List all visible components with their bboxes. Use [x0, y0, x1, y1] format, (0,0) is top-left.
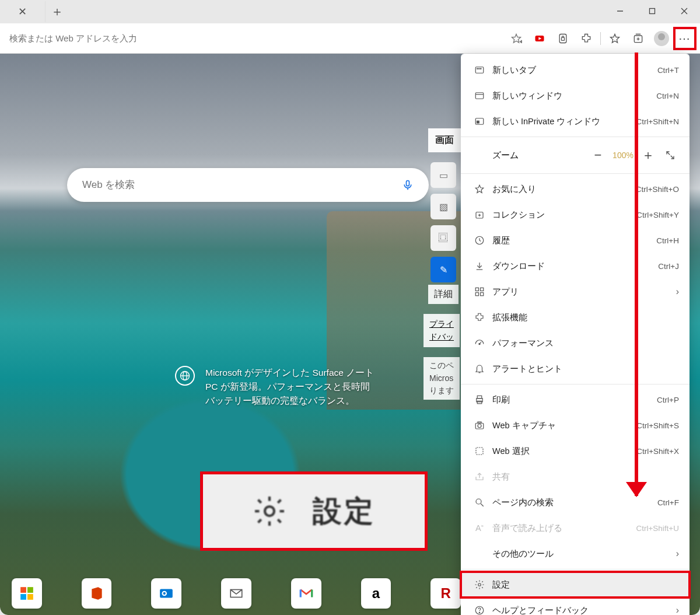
- mic-icon[interactable]: [402, 179, 414, 191]
- svg-point-52: [479, 343, 480, 344]
- web-search-box[interactable]: [67, 168, 429, 202]
- camera-icon: [471, 420, 488, 431]
- browser-tab[interactable]: ✕: [0, 1, 46, 22]
- globe-icon: [175, 366, 195, 386]
- svg-rect-48: [481, 288, 484, 291]
- help-icon: [471, 605, 488, 615]
- chevron-right-icon: ›: [676, 286, 679, 297]
- chevron-right-icon: ›: [676, 605, 679, 615]
- svg-rect-24: [20, 594, 26, 600]
- svg-rect-17: [407, 181, 410, 186]
- svg-text:+: +: [520, 39, 522, 44]
- menu-find[interactable]: ページ内の検索 Ctrl+F: [461, 490, 690, 515]
- svg-rect-11: [562, 37, 565, 40]
- menu-more-tools[interactable]: その他のツール ›: [461, 541, 690, 567]
- close-window-button[interactable]: [668, 0, 700, 22]
- zoom-value: 100%: [609, 151, 637, 160]
- menu-downloads[interactable]: ダウンロード Ctrl+J: [461, 253, 690, 279]
- collections-icon[interactable]: [626, 27, 650, 50]
- side-privacy-link1[interactable]: プライ: [429, 319, 454, 329]
- svg-rect-56: [477, 401, 482, 404]
- chevron-right-icon: ›: [676, 548, 679, 559]
- svg-rect-47: [475, 288, 478, 291]
- menu-collections[interactable]: コレクション Ctrl+Shift+Y: [461, 202, 690, 228]
- svg-point-62: [476, 499, 481, 504]
- svg-rect-22: [20, 587, 26, 593]
- star-icon: [471, 184, 488, 194]
- menu-help[interactable]: ヘルプとフィードバック ›: [461, 597, 690, 615]
- menu-new-window[interactable]: 新しいウィンドウ Ctrl+N: [461, 83, 690, 109]
- side-icon-ellipsis[interactable]: ▭: [430, 162, 456, 188]
- zoom-label: ズーム: [492, 150, 519, 161]
- minimize-button[interactable]: [604, 0, 636, 22]
- gear-icon: [471, 579, 488, 590]
- fullscreen-button[interactable]: [659, 144, 681, 166]
- quicklink-rakuten[interactable]: R: [430, 578, 461, 609]
- menu-history[interactable]: 履歴 Ctrl+H: [461, 228, 690, 253]
- svg-line-38: [667, 152, 670, 155]
- extensions-icon[interactable]: [575, 27, 598, 50]
- menu-web-capture[interactable]: Web キャプチャ Ctrl+Shift+S: [461, 413, 690, 438]
- quicklink-microsoft[interactable]: [12, 578, 42, 609]
- svg-rect-30: [475, 67, 484, 74]
- svg-point-58: [478, 424, 481, 428]
- menu-web-select[interactable]: Web 選択 Ctrl+Shift+X: [461, 438, 690, 464]
- menu-alerts[interactable]: アラートとヒント: [461, 356, 690, 382]
- share-icon: [471, 471, 488, 482]
- svg-marker-40: [475, 185, 484, 193]
- svg-rect-10: [559, 34, 566, 43]
- toolbar: + ⋯: [0, 23, 700, 54]
- quicklink-gmail[interactable]: [291, 578, 321, 609]
- menu-new-tab[interactable]: 新しいタブ Ctrl+T: [461, 57, 690, 83]
- svg-rect-1: [649, 9, 654, 14]
- quicklink-outlook[interactable]: [151, 578, 181, 609]
- maximize-button[interactable]: [636, 0, 668, 22]
- collections-icon: [471, 209, 488, 220]
- zoom-out-button[interactable]: −: [587, 144, 609, 166]
- menu-apps[interactable]: アプリ ›: [461, 279, 690, 305]
- promo-text: Microsoft がデザインした Surface ノート PC が新登場。パフ…: [205, 366, 374, 408]
- more-menu-button[interactable]: ⋯: [673, 27, 696, 50]
- new-tab-icon: [471, 65, 488, 75]
- print-icon: [471, 394, 488, 405]
- menu-favorites[interactable]: お気に入り Ctrl+Shift+O: [461, 176, 690, 202]
- web-search-input[interactable]: [82, 179, 396, 191]
- svg-rect-50: [481, 293, 484, 296]
- svg-rect-60: [476, 448, 483, 455]
- history-icon: [471, 235, 488, 246]
- quicklink-yahoomail[interactable]: [221, 578, 251, 609]
- favorite-star-icon[interactable]: +: [505, 33, 528, 44]
- svg-point-32: [479, 68, 480, 69]
- menu-performance[interactable]: パフォーマンス: [461, 330, 690, 356]
- address-bar[interactable]: [0, 28, 505, 49]
- side-icon-layout[interactable]: ⿴: [430, 225, 456, 251]
- menu-print[interactable]: 印刷 Ctrl+P: [461, 387, 690, 413]
- inprivate-icon: [471, 116, 488, 127]
- quicklink-amazon[interactable]: a: [361, 578, 391, 609]
- zoom-in-button[interactable]: ＋: [637, 144, 659, 166]
- menu-extensions[interactable]: 拡張機能: [461, 305, 690, 330]
- side-privacy-link2[interactable]: ドバッ: [429, 332, 454, 341]
- close-tab-icon[interactable]: ✕: [18, 5, 27, 18]
- new-tab-button[interactable]: ＋: [46, 0, 69, 23]
- svg-rect-25: [27, 594, 33, 600]
- profile-avatar[interactable]: [650, 27, 673, 50]
- annotation-arrow: [635, 53, 638, 496]
- menu-new-inprivate[interactable]: 新しい InPrivate ウィンドウ Ctrl+Shift+N: [461, 109, 690, 134]
- menu-settings[interactable]: 設定: [461, 572, 690, 597]
- title-bar: ✕ ＋: [0, 0, 700, 23]
- favorites-icon[interactable]: [603, 27, 626, 50]
- youtube-extension-icon[interactable]: [528, 27, 551, 50]
- svg-rect-23: [27, 587, 33, 593]
- download-icon: [471, 261, 488, 271]
- side-icon-image[interactable]: ▧: [430, 194, 456, 219]
- side-panel-heading: 画面: [428, 128, 461, 152]
- side-hint-text: このペ Micros ります: [424, 357, 460, 400]
- side-icon-edit[interactable]: ✎: [430, 257, 456, 282]
- quicklink-office[interactable]: [82, 578, 112, 609]
- select-icon: [471, 446, 488, 456]
- lock-extension-icon[interactable]: [551, 27, 575, 50]
- side-icon-column: ▭ ▧ ⿴ ✎: [430, 162, 456, 282]
- svg-point-64: [478, 583, 481, 586]
- svg-point-33: [481, 68, 482, 69]
